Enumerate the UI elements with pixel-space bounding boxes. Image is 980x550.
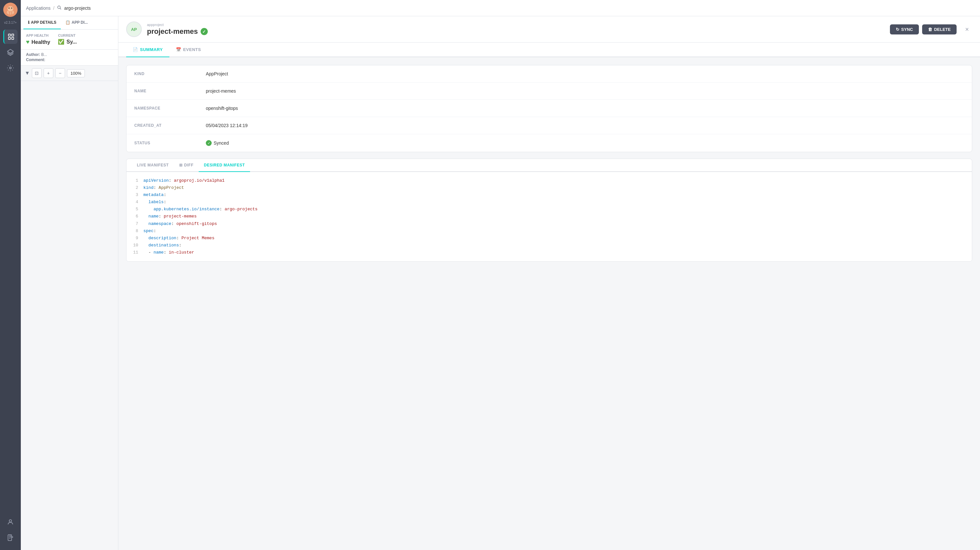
code-line-1: 1 apiVersion: argoproj.io/v1alpha1 (132, 177, 967, 184)
code-line-9: 9 description: Project Memes (132, 235, 967, 242)
svg-point-14 (58, 6, 60, 8)
drawer-content: KIND AppProject NAME project-memes NAMES… (118, 57, 980, 550)
tab-app-details[interactable]: ℹ APP DETAILS (24, 16, 61, 29)
trash-icon: 🗑 (928, 27, 932, 32)
summary-row-created-at: CREATED_AT 05/04/2023 12:14:19 (126, 117, 972, 134)
topbar: Applications / argo-projects (21, 0, 980, 16)
sync-refresh-icon: ↻ (896, 27, 899, 32)
left-panel: ℹ APP DETAILS 📋 APP DI... APP HEALTH ♥ H… (21, 16, 118, 550)
sidebar-item-profile[interactable] (3, 515, 18, 529)
breadcrumb-separator: / (53, 6, 55, 11)
content-area: ℹ APP DETAILS 📋 APP DI... APP HEALTH ♥ H… (21, 16, 980, 550)
sidebar-nav (0, 30, 21, 75)
synced-badge-icon: ✓ (200, 28, 208, 35)
code-line-2: 2 kind: AppProject (132, 184, 967, 191)
summary-row-namespace: NAMESPACE openshift-gitops (126, 100, 972, 117)
code-line-8: 8 spec: (132, 227, 967, 235)
app-meta: Author: B... Comment: (21, 50, 118, 66)
sidebar-item-settings[interactable] (3, 61, 18, 75)
manifest-tab-live[interactable]: LIVE MANIFEST (132, 159, 174, 172)
app-detail-tabs: ℹ APP DETAILS 📋 APP DI... (21, 16, 118, 30)
svg-rect-9 (11, 37, 13, 39)
breadcrumb: Applications / argo-projects (26, 5, 91, 11)
svg-rect-8 (8, 37, 10, 39)
events-tab-icon: 📅 (176, 47, 181, 52)
drawer-title-area: appproject project-memes ✓ (147, 23, 885, 36)
code-line-6: 6 name: project-memes (132, 213, 967, 220)
breadcrumb-current: argo-projects (64, 6, 91, 11)
svg-line-15 (60, 8, 61, 10)
manifest-tab-desired[interactable]: DESIRED MANIFEST (199, 159, 250, 172)
code-line-7: 7 namespace: openshift-gitops (132, 220, 967, 227)
sidebar-item-apps[interactable] (3, 30, 18, 44)
svg-point-5 (12, 8, 12, 8)
summary-row-status: STATUS ✓ Synced (126, 134, 972, 152)
heart-icon: ♥ (26, 39, 30, 46)
comment-line: Comment: (26, 57, 113, 62)
svg-point-11 (10, 67, 11, 69)
summary-card: KIND AppProject NAME project-memes NAMES… (126, 65, 972, 152)
code-block: 1 apiVersion: argoproj.io/v1alpha1 2 kin… (126, 172, 972, 261)
drawer-tabs: 📄 SUMMARY 📅 EVENTS (118, 43, 980, 57)
right-panel: AP appproject project-memes ✓ ↻ SYNC (118, 16, 980, 550)
tab-summary[interactable]: 📄 SUMMARY (126, 43, 169, 57)
manifest-card: LIVE MANIFEST ⊞ DIFF DESIRED MANIFEST (126, 159, 972, 262)
author-line: Author: B... (26, 52, 113, 57)
svg-point-12 (9, 520, 11, 522)
zoom-out-btn[interactable]: − (55, 68, 65, 78)
toolbar-row: ▼ ⊡ + − 100% (21, 66, 118, 81)
svg-point-1 (8, 6, 13, 11)
manifest-tabs: LIVE MANIFEST ⊞ DIFF DESIRED MANIFEST (126, 159, 972, 172)
code-line-11: 11 - name: in-cluster (132, 249, 967, 256)
info-icon: ℹ (28, 20, 30, 25)
capture-btn[interactable]: ⊡ (32, 68, 41, 78)
status-dot-icon: ✓ (206, 140, 212, 146)
zoom-level: 100% (67, 69, 85, 77)
code-line-10: 10 destinations: (132, 242, 967, 249)
drawer-title: project-memes ✓ (147, 27, 885, 36)
summary-tab-icon: 📄 (133, 47, 138, 52)
breadcrumb-applications[interactable]: Applications (26, 6, 51, 11)
sync-status-icon: ✅ (58, 39, 64, 45)
drawer-label: appproject (147, 23, 885, 27)
delete-button[interactable]: 🗑 DELETE (922, 24, 956, 35)
code-line-4: 4 labels: (132, 199, 967, 206)
drawer-header: AP appproject project-memes ✓ ↻ SYNC (118, 16, 980, 43)
sidebar-item-docs[interactable] (3, 531, 18, 545)
detail-drawer: AP appproject project-memes ✓ ↻ SYNC (118, 16, 980, 550)
code-line-3: 3 metadata: (132, 191, 967, 199)
sync-button[interactable]: ↻ SYNC (890, 24, 919, 35)
sidebar-bottom (3, 515, 18, 547)
summary-row-kind: KIND AppProject (126, 65, 972, 83)
drawer-avatar: AP (126, 21, 142, 37)
status-row: APP HEALTH ♥ Healthy CURRENT ✅ Sy... (26, 33, 113, 46)
summary-row-name: NAME project-memes (126, 83, 972, 100)
status-synced: ✓ Synced (206, 140, 229, 146)
diff-icon: 📋 (65, 20, 70, 25)
sync-status: CURRENT ✅ Sy... (58, 33, 77, 46)
app-logo (3, 3, 18, 17)
drawer-actions: ↻ SYNC 🗑 DELETE (890, 24, 956, 35)
sidebar: v2.3.17+ (0, 0, 21, 550)
filter-icon[interactable]: ▼ (25, 70, 30, 76)
app-status-bar: APP HEALTH ♥ Healthy CURRENT ✅ Sy... (21, 30, 118, 50)
search-icon (57, 5, 62, 11)
sidebar-item-layers[interactable] (3, 45, 18, 59)
manifest-tab-diff[interactable]: ⊞ DIFF (174, 159, 199, 172)
main-area: Applications / argo-projects ℹ APP DETAI… (21, 0, 980, 550)
diff-manifest-icon: ⊞ (179, 163, 183, 167)
close-button[interactable]: × (962, 24, 972, 35)
code-line-5: 5 app.kubernetes.io/instance: argo-proje… (132, 206, 967, 213)
svg-rect-7 (11, 34, 13, 36)
svg-rect-6 (8, 34, 10, 36)
sidebar-version: v2.3.17+ (4, 21, 17, 24)
zoom-in-btn[interactable]: + (44, 68, 53, 78)
tab-events[interactable]: 📅 EVENTS (169, 43, 208, 57)
svg-point-4 (9, 8, 10, 8)
health-status: APP HEALTH ♥ Healthy (26, 33, 50, 46)
tab-app-diff[interactable]: 📋 APP DI... (61, 16, 92, 29)
